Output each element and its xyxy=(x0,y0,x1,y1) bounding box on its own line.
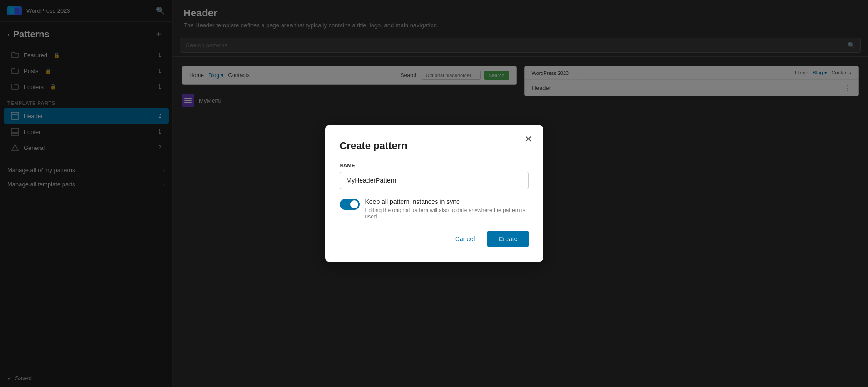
modal-close-button[interactable]: ✕ xyxy=(521,133,536,145)
pattern-name-input[interactable] xyxy=(340,172,529,189)
toggle-thumb xyxy=(350,200,358,208)
modal-actions: Cancel Create xyxy=(340,231,529,247)
toggle-label: Keep all pattern instances in sync xyxy=(365,198,529,205)
modal-overlay[interactable]: Create pattern ✕ NAME Keep all pattern i… xyxy=(0,0,868,387)
modal-title: Create pattern xyxy=(340,140,529,152)
sync-toggle-row: Keep all pattern instances in sync Editi… xyxy=(340,198,529,220)
toggle-track xyxy=(340,199,360,210)
name-label: NAME xyxy=(340,163,529,168)
create-button[interactable]: Create xyxy=(487,231,528,247)
sync-toggle[interactable] xyxy=(340,199,360,210)
toggle-description: Editing the original pattern will also u… xyxy=(365,207,529,220)
toggle-text: Keep all pattern instances in sync Editi… xyxy=(365,198,529,220)
create-pattern-modal: Create pattern ✕ NAME Keep all pattern i… xyxy=(325,125,543,262)
cancel-button[interactable]: Cancel xyxy=(448,231,482,247)
